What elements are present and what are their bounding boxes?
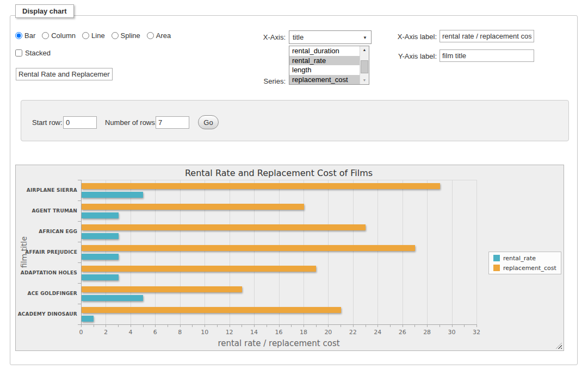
gridline-x-22: [353, 180, 354, 324]
chart-type-radio-area[interactable]: [147, 32, 154, 39]
x-tick-label: 6: [146, 329, 164, 336]
series-multiselect[interactable]: rental_durationrental_ratelengthreplacem…: [289, 46, 369, 85]
x-tick: [440, 325, 440, 327]
number-of-rows-label: Number of rows:: [105, 118, 157, 127]
x-tick: [341, 325, 341, 327]
x-axis-title: rental rate / replacement cost: [81, 338, 476, 348]
category-tick: [78, 242, 81, 242]
x-tick: [316, 325, 317, 327]
bar-replacement_cost[interactable]: [82, 183, 440, 189]
bar-rental_rate[interactable]: [82, 316, 94, 322]
x-axis-select[interactable]: title ▼: [289, 30, 372, 44]
x-tick: [242, 325, 242, 327]
x-tick-label: 12: [220, 329, 239, 336]
x-tick-label: 16: [270, 329, 288, 336]
series-option-rental_duration[interactable]: rental_duration: [289, 46, 360, 56]
x-tick: [427, 325, 428, 327]
x-tick: [464, 325, 465, 327]
bar-replacement_cost[interactable]: [82, 224, 366, 230]
chart-type-label-spline: Spline: [121, 32, 140, 40]
category-tick: [78, 304, 81, 304]
x-tick: [168, 325, 168, 327]
resize-grip-icon[interactable]: [556, 343, 562, 349]
scrollbar-up-icon[interactable]: ▲: [360, 46, 369, 54]
x-tick-label: 0: [72, 329, 90, 336]
dropdown-arrow-icon: ▼: [363, 35, 367, 40]
x-tick: [143, 325, 144, 327]
bar-replacement_cost[interactable]: [82, 286, 242, 292]
start-row-label: Start row:: [32, 118, 63, 127]
series-scrollbar[interactable]: ▲ ▼: [360, 46, 369, 84]
series-option-length[interactable]: length: [289, 65, 360, 75]
x-tick: [106, 325, 106, 327]
bar-rental_rate[interactable]: [82, 212, 119, 218]
x-tick: [267, 325, 267, 327]
x-tick-label: 30: [443, 329, 461, 336]
x-tick: [377, 325, 378, 327]
y-axis-label-input[interactable]: [440, 49, 534, 62]
gridline-x-30: [452, 180, 453, 324]
chart-container: Rental Rate and Replacement Cost of Film…: [15, 165, 564, 351]
x-axis-label-input[interactable]: [440, 30, 534, 42]
legend-item-rental_rate[interactable]: rental_rate: [493, 255, 556, 262]
bar-rental_rate[interactable]: [82, 233, 119, 239]
gridline-x-14: [254, 180, 255, 324]
go-button[interactable]: Go: [198, 115, 219, 129]
category-tick: [78, 180, 81, 180]
plot-top-border: [81, 180, 476, 180]
x-tick: [217, 325, 218, 327]
gridline-x-24: [377, 180, 378, 324]
legend-label-rental_rate: rental_rate: [503, 255, 536, 262]
chart-type-radio-spline[interactable]: [112, 32, 119, 39]
chart-type-label-bar: Bar: [24, 32, 35, 40]
gridline-x-26: [403, 180, 403, 324]
chart-legend: rental_ratereplacement_cost: [488, 252, 561, 274]
category-tick: [78, 283, 81, 284]
scrollbar-thumb[interactable]: [361, 60, 368, 73]
stacked-checkbox[interactable]: [15, 49, 22, 57]
x-tick: [476, 325, 477, 327]
chart-type-radio-group: BarColumnLineSplineArea: [15, 30, 177, 40]
x-tick: [390, 325, 391, 327]
chart-type-radio-bar[interactable]: [15, 32, 22, 39]
y-axis-title-text: film title: [20, 236, 28, 268]
series-option-rental_rate[interactable]: rental_rate: [289, 56, 360, 66]
bar-replacement_cost[interactable]: [82, 204, 304, 210]
series-option-replacement_cost[interactable]: replacement_cost: [289, 75, 360, 85]
bar-rental_rate[interactable]: [82, 274, 119, 280]
chart-type-radio-column[interactable]: [42, 32, 49, 39]
legend-swatch-rental_rate: [493, 255, 500, 261]
x-tick: [353, 325, 354, 327]
x-tick: [118, 325, 119, 327]
x-tick: [254, 325, 255, 327]
x-tick: [279, 325, 280, 327]
number-of-rows-input[interactable]: [156, 116, 189, 129]
gridline-x-28: [427, 180, 428, 324]
chart-title-input[interactable]: [16, 68, 113, 80]
bar-replacement_cost[interactable]: [82, 266, 316, 272]
legend-label-replacement_cost: replacement_cost: [503, 265, 556, 272]
x-tick: [304, 325, 304, 327]
gridline-x-10: [205, 180, 205, 324]
gridline-x-2: [106, 180, 106, 324]
x-tick: [291, 325, 292, 327]
legend-item-replacement_cost[interactable]: replacement_cost: [493, 265, 556, 272]
bar-rental_rate[interactable]: [82, 192, 143, 198]
gridline-x-20: [328, 180, 329, 324]
bar-replacement_cost[interactable]: [82, 245, 415, 251]
chart-type-label-column: Column: [51, 32, 76, 40]
bar-rental_rate[interactable]: [82, 254, 119, 260]
chart-type-radio-line[interactable]: [82, 32, 89, 39]
bar-replacement_cost[interactable]: [82, 307, 341, 313]
x-tick: [414, 325, 415, 327]
stacked-row: Stacked: [15, 48, 51, 58]
x-tick: [452, 325, 453, 327]
bar-rental_rate[interactable]: [82, 295, 143, 301]
series-options-list: rental_durationrental_ratelengthreplacem…: [289, 46, 360, 84]
scrollbar-down-icon[interactable]: ▼: [360, 77, 369, 84]
x-tick-label: 8: [171, 329, 189, 336]
x-tick: [403, 325, 403, 327]
x-tick-label: 24: [368, 329, 387, 336]
start-row-input[interactable]: [63, 116, 97, 129]
display-chart-legend: Display chart: [15, 4, 74, 18]
